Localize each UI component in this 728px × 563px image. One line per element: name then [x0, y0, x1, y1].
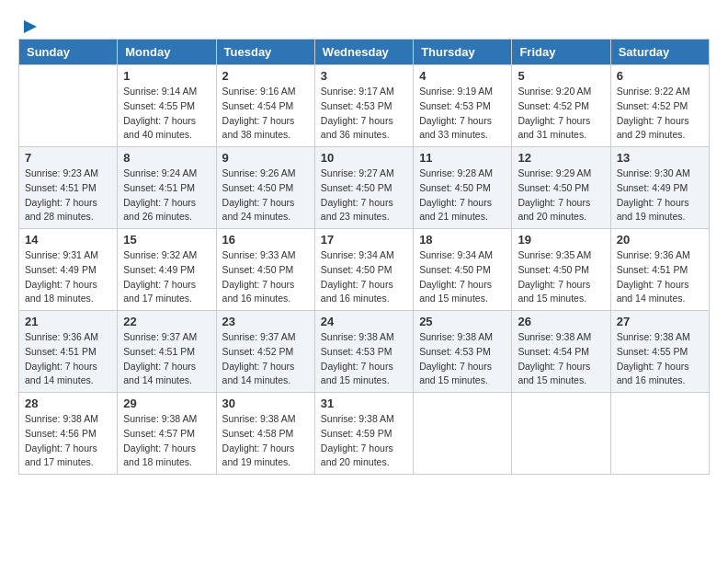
day-number: 10	[321, 151, 407, 165]
day-number: 28	[25, 396, 111, 410]
calendar-cell	[610, 393, 709, 475]
calendar-cell: 24Sunrise: 9:38 AMSunset: 4:53 PMDayligh…	[314, 311, 413, 393]
calendar-cell: 27Sunrise: 9:38 AMSunset: 4:55 PMDayligh…	[610, 311, 709, 393]
day-number: 7	[25, 151, 111, 165]
day-number: 23	[222, 315, 309, 328]
day-number: 1	[123, 69, 210, 83]
day-number: 20	[617, 233, 703, 247]
calendar-cell: 9Sunrise: 9:26 AMSunset: 4:50 PMDaylight…	[216, 147, 314, 229]
calendar-header-row: SundayMondayTuesdayWednesdayThursdayFrid…	[19, 40, 710, 65]
day-number: 30	[222, 396, 309, 410]
calendar-cell: 16Sunrise: 9:33 AMSunset: 4:50 PMDayligh…	[216, 229, 314, 311]
day-number: 17	[321, 233, 407, 247]
calendar-cell: 15Sunrise: 9:32 AMSunset: 4:49 PMDayligh…	[118, 229, 216, 311]
day-info: Sunrise: 9:23 AMSunset: 4:51 PMDaylight:…	[25, 167, 111, 224]
weekday-header: Sunday	[19, 40, 118, 65]
calendar-cell	[19, 65, 118, 147]
day-info: Sunrise: 9:34 AMSunset: 4:50 PMDaylight:…	[321, 248, 407, 306]
day-info: Sunrise: 9:38 AMSunset: 4:53 PMDaylight:…	[419, 330, 506, 388]
day-info: Sunrise: 9:38 AMSunset: 4:57 PMDaylight:…	[123, 412, 210, 470]
day-number: 16	[222, 233, 309, 247]
day-info: Sunrise: 9:35 AMSunset: 4:50 PMDaylight:…	[518, 248, 604, 306]
day-number: 25	[419, 315, 506, 328]
day-number: 4	[419, 69, 506, 83]
day-number: 13	[617, 151, 703, 165]
day-info: Sunrise: 9:33 AMSunset: 4:50 PMDaylight:…	[222, 248, 309, 306]
day-number: 2	[222, 69, 309, 83]
day-info: Sunrise: 9:32 AMSunset: 4:49 PMDaylight:…	[123, 248, 210, 306]
calendar-cell: 20Sunrise: 9:36 AMSunset: 4:51 PMDayligh…	[610, 229, 709, 311]
day-info: Sunrise: 9:22 AMSunset: 4:52 PMDaylight:…	[617, 85, 703, 143]
calendar-cell: 30Sunrise: 9:38 AMSunset: 4:58 PMDayligh…	[216, 393, 314, 475]
calendar-table: SundayMondayTuesdayWednesdayThursdayFrid…	[18, 39, 710, 475]
day-info: Sunrise: 9:38 AMSunset: 4:53 PMDaylight:…	[321, 330, 407, 388]
calendar-cell: 13Sunrise: 9:30 AMSunset: 4:49 PMDayligh…	[610, 147, 709, 229]
weekday-header: Tuesday	[216, 40, 314, 65]
day-info: Sunrise: 9:30 AMSunset: 4:49 PMDaylight:…	[617, 167, 703, 224]
calendar-cell: 7Sunrise: 9:23 AMSunset: 4:51 PMDaylight…	[19, 147, 118, 229]
calendar-week-row: 14Sunrise: 9:31 AMSunset: 4:49 PMDayligh…	[19, 229, 710, 311]
weekday-header: Wednesday	[314, 40, 413, 65]
calendar-cell: 12Sunrise: 9:29 AMSunset: 4:50 PMDayligh…	[512, 147, 610, 229]
day-number: 29	[123, 396, 210, 410]
weekday-header: Monday	[118, 40, 216, 65]
calendar-week-row: 1Sunrise: 9:14 AMSunset: 4:55 PMDaylight…	[19, 65, 710, 147]
calendar-cell	[512, 393, 610, 475]
calendar-cell: 29Sunrise: 9:38 AMSunset: 4:57 PMDayligh…	[118, 393, 216, 475]
day-info: Sunrise: 9:38 AMSunset: 4:55 PMDaylight:…	[617, 330, 703, 388]
day-number: 3	[321, 69, 407, 83]
day-info: Sunrise: 9:38 AMSunset: 4:58 PMDaylight:…	[222, 412, 309, 470]
page-header	[18, 18, 710, 29]
day-number: 9	[222, 151, 309, 165]
day-number: 15	[123, 233, 210, 247]
day-info: Sunrise: 9:37 AMSunset: 4:52 PMDaylight:…	[222, 330, 309, 388]
day-info: Sunrise: 9:36 AMSunset: 4:51 PMDaylight:…	[617, 248, 703, 306]
calendar-week-row: 7Sunrise: 9:23 AMSunset: 4:51 PMDaylight…	[19, 147, 710, 229]
day-info: Sunrise: 9:38 AMSunset: 4:59 PMDaylight:…	[321, 412, 407, 470]
weekday-header: Friday	[512, 40, 610, 65]
calendar-cell: 14Sunrise: 9:31 AMSunset: 4:49 PMDayligh…	[19, 229, 118, 311]
day-number: 24	[321, 315, 407, 328]
day-info: Sunrise: 9:29 AMSunset: 4:50 PMDaylight:…	[518, 167, 604, 224]
calendar-cell: 1Sunrise: 9:14 AMSunset: 4:55 PMDaylight…	[118, 65, 216, 147]
day-number: 12	[518, 151, 604, 165]
calendar-cell: 6Sunrise: 9:22 AMSunset: 4:52 PMDaylight…	[610, 65, 709, 147]
day-number: 11	[419, 151, 506, 165]
calendar-cell	[414, 393, 512, 475]
weekday-header: Saturday	[610, 40, 709, 65]
calendar-cell: 3Sunrise: 9:17 AMSunset: 4:53 PMDaylight…	[314, 65, 413, 147]
svg-marker-0	[24, 20, 37, 33]
day-info: Sunrise: 9:26 AMSunset: 4:50 PMDaylight:…	[222, 167, 309, 224]
day-info: Sunrise: 9:38 AMSunset: 4:54 PMDaylight:…	[518, 330, 604, 388]
day-number: 26	[518, 315, 604, 328]
calendar-cell: 18Sunrise: 9:34 AMSunset: 4:50 PMDayligh…	[414, 229, 512, 311]
calendar-cell: 21Sunrise: 9:36 AMSunset: 4:51 PMDayligh…	[19, 311, 118, 393]
day-number: 31	[321, 396, 407, 410]
calendar-cell: 28Sunrise: 9:38 AMSunset: 4:56 PMDayligh…	[19, 393, 118, 475]
day-info: Sunrise: 9:38 AMSunset: 4:56 PMDaylight:…	[25, 412, 111, 470]
calendar-cell: 23Sunrise: 9:37 AMSunset: 4:52 PMDayligh…	[216, 311, 314, 393]
logo-flag-icon	[22, 18, 39, 35]
day-info: Sunrise: 9:24 AMSunset: 4:51 PMDaylight:…	[123, 167, 210, 224]
day-info: Sunrise: 9:31 AMSunset: 4:49 PMDaylight:…	[25, 248, 111, 306]
weekday-header: Thursday	[414, 40, 512, 65]
logo	[18, 18, 39, 29]
day-number: 19	[518, 233, 604, 247]
calendar-week-row: 28Sunrise: 9:38 AMSunset: 4:56 PMDayligh…	[19, 393, 710, 475]
calendar-cell: 26Sunrise: 9:38 AMSunset: 4:54 PMDayligh…	[512, 311, 610, 393]
day-number: 8	[123, 151, 210, 165]
day-info: Sunrise: 9:19 AMSunset: 4:53 PMDaylight:…	[419, 85, 506, 143]
calendar-cell: 11Sunrise: 9:28 AMSunset: 4:50 PMDayligh…	[414, 147, 512, 229]
day-number: 5	[518, 69, 604, 83]
day-info: Sunrise: 9:27 AMSunset: 4:50 PMDaylight:…	[321, 167, 407, 224]
day-number: 6	[617, 69, 703, 83]
day-info: Sunrise: 9:37 AMSunset: 4:51 PMDaylight:…	[123, 330, 210, 388]
calendar-cell: 10Sunrise: 9:27 AMSunset: 4:50 PMDayligh…	[314, 147, 413, 229]
day-number: 27	[617, 315, 703, 328]
day-number: 18	[419, 233, 506, 247]
day-info: Sunrise: 9:34 AMSunset: 4:50 PMDaylight:…	[419, 248, 506, 306]
calendar-cell: 4Sunrise: 9:19 AMSunset: 4:53 PMDaylight…	[414, 65, 512, 147]
day-info: Sunrise: 9:28 AMSunset: 4:50 PMDaylight:…	[419, 167, 506, 224]
day-info: Sunrise: 9:17 AMSunset: 4:53 PMDaylight:…	[321, 85, 407, 143]
calendar-cell: 19Sunrise: 9:35 AMSunset: 4:50 PMDayligh…	[512, 229, 610, 311]
